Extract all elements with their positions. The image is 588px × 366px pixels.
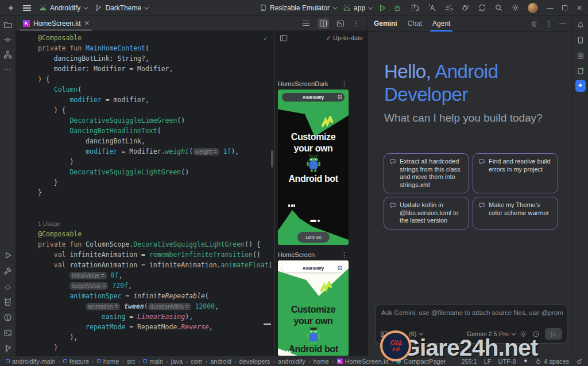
breadcrumb-item[interactable]: main <box>143 358 163 365</box>
preview-phone-light[interactable]: Androidifyi Customize your own Android b… <box>278 260 349 356</box>
breadcrumb-item[interactable]: feature <box>63 358 89 365</box>
preview-layout-icon[interactable] <box>280 34 288 42</box>
suggestion-text: Extract all hardcoded strings from this … <box>400 158 463 189</box>
tab-chat[interactable]: Chat <box>408 16 422 32</box>
lets-go-button[interactable]: Let's Go <box>297 232 330 243</box>
close-button[interactable]: ✕ <box>575 4 583 12</box>
breadcrumb-item[interactable]: java <box>171 358 183 365</box>
breadcrumb-item[interactable]: home <box>313 358 329 365</box>
editor-scrollbar[interactable] <box>271 150 273 168</box>
fold-marker <box>264 324 271 325</box>
breadcrumb-item[interactable]: src <box>127 358 136 365</box>
suggestion-card[interactable]: Extract all hardcoded strings from this … <box>384 153 469 193</box>
problems-icon[interactable] <box>3 312 13 322</box>
code-editor[interactable]: @Composableprivate fun MainHomeContent( … <box>16 31 274 356</box>
structure-icon[interactable] <box>3 49 13 60</box>
suggestion-card[interactable]: Make my Theme's color scheme warmer <box>473 197 558 229</box>
headline-text: your own <box>278 316 349 327</box>
gemini-subtitle: What can I help you build today? <box>384 112 543 124</box>
gemini-options-icon[interactable]: ⋮ <box>545 20 552 28</box>
editor-options-icon[interactable]: ⋮ <box>352 19 359 28</box>
unlock-icon[interactable] <box>576 358 582 364</box>
app-logo-icon <box>7 4 15 12</box>
breadcrumb-item[interactable]: android <box>210 358 231 365</box>
notifications-bell-icon[interactable] <box>575 20 586 30</box>
dots-decoration <box>288 204 295 207</box>
split-view-icon[interactable] <box>318 18 329 29</box>
gem-icon[interactable]: ◇ <box>3 281 13 291</box>
main-menu-icon[interactable] <box>23 5 31 11</box>
sync-project-icon[interactable] <box>478 3 486 12</box>
run-button[interactable] <box>378 4 386 12</box>
suggestion-card[interactable]: Find and resolve build errors in my proj… <box>473 153 558 193</box>
maximize-button[interactable] <box>562 5 567 10</box>
chat-bubble-icon <box>478 202 485 225</box>
breadcrumb-separator: › <box>185 358 188 365</box>
gemini-spark-icon[interactable]: ✦ <box>575 80 586 91</box>
running-devices-icon[interactable] <box>575 50 586 61</box>
breadcrumb-separator: › <box>138 358 141 365</box>
suggestion-card[interactable]: Update kotlin in @libs.version.toml to t… <box>384 197 469 229</box>
git-branch-icon[interactable] <box>3 343 13 353</box>
breadcrumb-item[interactable]: KHomeScreen.kt <box>337 358 389 365</box>
kotlin-file-icon: K <box>337 359 343 364</box>
suggestion-text: Make my Theme's color scheme warmer <box>489 201 552 225</box>
breadcrumb-item[interactable]: developers <box>239 358 270 365</box>
breadcrumb-item[interactable]: home <box>97 358 119 365</box>
headline-text: Customize <box>278 304 349 316</box>
breadcrumb-item[interactable]: androidify-main <box>6 358 55 365</box>
code-line: animation = tween(durationMillis = 12000… <box>38 301 273 312</box>
user-avatar[interactable] <box>528 3 538 13</box>
indent-config[interactable]: 4 spaces <box>535 358 569 365</box>
dash-dot-decoration <box>310 220 320 222</box>
hide-panel-icon[interactable]: — <box>559 20 566 28</box>
commit-icon[interactable] <box>3 34 13 45</box>
inspections-ok-icon[interactable]: ✓ <box>264 33 268 44</box>
build-hammer-icon[interactable] <box>3 266 13 276</box>
send-button[interactable]: ▷ <box>545 328 562 340</box>
code-line: ) { <box>38 105 273 115</box>
profiler-icon[interactable] <box>411 3 420 12</box>
more-tool-windows-icon[interactable]: ⋯ <box>3 64 13 75</box>
breadcrumb-item[interactable]: com <box>191 358 203 365</box>
run-config-selector[interactable]: app <box>343 4 372 12</box>
code-line: dancingBotLink, <box>38 136 273 146</box>
run-icon[interactable] <box>3 250 13 260</box>
logcat-icon[interactable] <box>3 297 13 307</box>
code-line: val infiniteAnimation = rememberInfinite… <box>38 250 273 260</box>
preview-phone-dark[interactable]: Androidifyi Customize your own Android b… <box>278 89 349 245</box>
folder-icon[interactable] <box>3 20 13 30</box>
debug-button[interactable] <box>393 4 401 12</box>
settings-gear-icon[interactable] <box>511 3 520 12</box>
preview-name-light[interactable]: HomeScreen <box>278 251 315 258</box>
tab-close-icon[interactable]: ✕ <box>84 20 90 27</box>
run-config-name: app <box>354 4 365 12</box>
tab-agent[interactable]: Agent <box>432 16 450 32</box>
device-manager-icon[interactable] <box>575 35 586 45</box>
code-line: modifier = Modifier.weight(weight = 1f), <box>38 146 273 157</box>
minimize-button[interactable]: — <box>546 4 554 12</box>
project-selector[interactable]: Androidify <box>39 4 87 12</box>
design-view-icon[interactable] <box>335 18 346 29</box>
vcs-branch-selector[interactable]: DarkTheme <box>95 4 148 12</box>
device-selector[interactable]: Resizable Emulator <box>260 4 336 12</box>
breadcrumb-item[interactable]: androidify <box>278 358 305 365</box>
gemini-greeting: Hello, Android Developer <box>384 60 498 106</box>
apply-changes-icon[interactable] <box>428 3 436 12</box>
search-icon[interactable] <box>494 3 503 12</box>
device-mirroring-icon[interactable] <box>575 66 586 76</box>
build-variants-icon[interactable] <box>444 3 453 12</box>
preview-menu-icon[interactable]: ⋮ <box>341 80 348 88</box>
code-view-icon[interactable] <box>300 18 312 29</box>
preview-name-dark[interactable]: HomeScreenDark <box>278 80 328 87</box>
attach-debugger-icon[interactable] <box>461 3 470 12</box>
terminal-icon[interactable] <box>3 328 13 338</box>
code-line: val rotationAnimation = infiniteAnimatio… <box>38 260 273 270</box>
code-content: @Composableprivate fun MainHomeContent( … <box>38 33 273 353</box>
chat-bubble-icon <box>389 158 396 189</box>
preview-menu-icon[interactable]: ⋮ <box>341 251 348 259</box>
chat-bubble-icon <box>478 158 485 189</box>
tab-homescreen-kt[interactable]: K HomeScreen.kt ✕ <box>16 16 95 31</box>
trash-icon[interactable] <box>531 20 538 28</box>
code-line: } <box>38 188 273 198</box>
